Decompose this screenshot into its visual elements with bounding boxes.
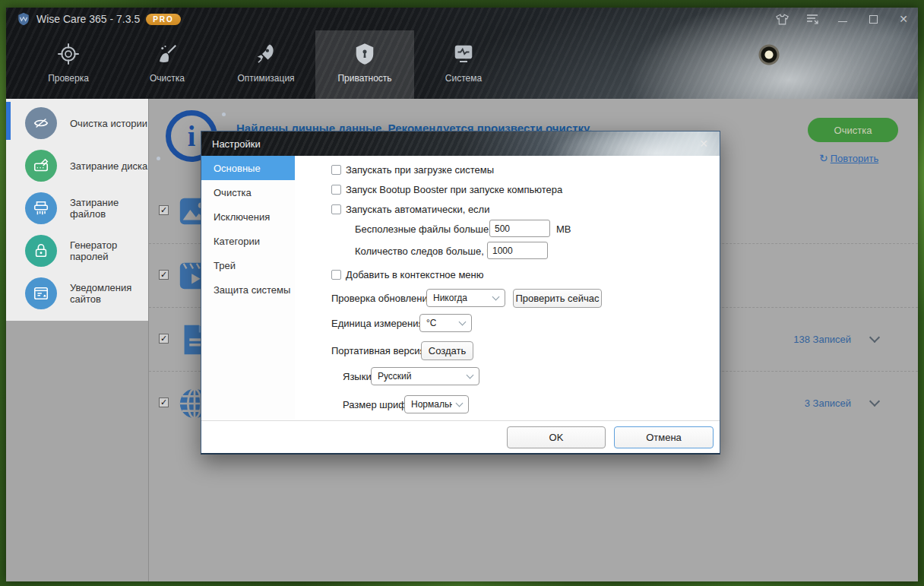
sidebar-item-password-generator[interactable]: Генератор паролей (6, 230, 148, 272)
maximize-button[interactable] (866, 12, 880, 26)
cancel-button[interactable]: Отмена (614, 426, 714, 448)
window-title: Wise Care 365 - 7.3.5 (36, 13, 140, 25)
tab-system-protection[interactable]: Защита системы (201, 277, 295, 302)
sidebar-lower-area (6, 321, 148, 581)
dialog-title: Настройки (212, 138, 261, 150)
nav-item-privacy[interactable]: Приватность (315, 30, 414, 99)
row-checkbox[interactable]: ✓ (159, 270, 169, 280)
browser-notification-icon (33, 285, 49, 302)
sidebar-item-site-notifications[interactable]: Уведомления сайтов (6, 272, 148, 315)
check-now-button[interactable]: Проверить сейчас (513, 289, 602, 308)
useless-files-label: Бесполезные файлы больше, чем (355, 223, 511, 235)
useless-files-input[interactable]: 500 (489, 220, 550, 237)
sidebar-item-history-cleaner[interactable]: Очистка истории (6, 102, 148, 144)
minimize-button[interactable] (836, 12, 850, 26)
checkbox-bootup-booster[interactable]: Запуск Bootup Booster при запуске компью… (331, 184, 562, 195)
tab-exclusions[interactable]: Исключения (201, 204, 295, 229)
settings-dialog: Настройки ✕ Основные Очистка Исключения … (201, 131, 720, 455)
chevron-down-icon[interactable] (869, 332, 880, 343)
close-button[interactable]: ✕ (897, 12, 910, 26)
font-size-select[interactable]: Нормальны (404, 395, 469, 413)
pro-badge: PRO (146, 14, 181, 25)
nav-item-check[interactable]: Проверка (19, 30, 118, 99)
language-select[interactable]: Русский (371, 367, 479, 385)
useless-files-unit: MB (556, 223, 571, 235)
language-label: Языки: (343, 371, 374, 382)
repeat-scan-link[interactable]: ↻Повторить (819, 152, 878, 164)
shield-keyhole-icon (353, 43, 376, 65)
sidebar-selection-bar (6, 102, 11, 140)
row-checkbox[interactable]: ✓ (159, 205, 169, 215)
chevron-down-icon (459, 318, 467, 326)
titlebar: Wise Care 365 - 7.3.5 PRO ✕ (6, 8, 918, 30)
theme-icon[interactable] (775, 12, 789, 26)
records-count[interactable]: 3 Записей (805, 398, 851, 409)
monitor-pulse-icon (452, 43, 475, 65)
tab-tray[interactable]: Трей (201, 253, 295, 277)
nav-item-optimization[interactable]: Оптимизация (217, 30, 315, 99)
orbit-dot (157, 157, 160, 160)
tab-general[interactable]: Основные (201, 156, 295, 180)
row-checkbox[interactable]: ✓ (159, 398, 169, 407)
updates-select[interactable]: Никогда (426, 289, 505, 307)
broom-icon (156, 43, 179, 65)
menu-icon[interactable] (805, 12, 819, 26)
chevron-down-icon (467, 372, 474, 379)
app-logo-shield-icon (17, 12, 30, 26)
nav-item-cleanup[interactable]: Очистка (118, 30, 217, 99)
dialog-tab-list: Основные Очистка Исключения Категории Тр… (201, 156, 295, 420)
checkbox-context-menu[interactable]: Добавить в контекстное меню (331, 269, 484, 280)
clean-button[interactable]: Очистка (808, 118, 898, 142)
window-controls: ✕ (775, 8, 910, 30)
disk-eraser-icon (33, 157, 49, 174)
eagle-background-banner: Wise Care 365 - 7.3.5 PRO ✕ (6, 8, 918, 99)
target-icon (57, 43, 80, 65)
sidebar-item-disk-eraser[interactable]: Затирание диска (6, 144, 148, 187)
chevron-down-icon (456, 400, 464, 407)
checkbox-run-at-startup[interactable]: Запускать при загрузке системы (331, 164, 494, 176)
shredder-icon (33, 200, 49, 217)
tab-cleanup[interactable]: Очистка (201, 180, 295, 204)
ok-button[interactable]: OK (507, 426, 606, 448)
chevron-down-icon[interactable] (869, 396, 880, 407)
tab-categories[interactable]: Категории (201, 229, 295, 253)
traces-label: Количество следов больше, чем (355, 245, 504, 257)
updates-label: Проверка обновлений (331, 293, 433, 304)
lock-icon (33, 242, 49, 259)
checkbox-auto-run[interactable]: Запускать автоматически, если (331, 204, 489, 215)
rocket-icon (255, 43, 277, 65)
portable-label: Портативная версия (331, 345, 425, 356)
orbit-dot (222, 112, 226, 116)
eye-off-icon (33, 115, 49, 131)
nav-item-system[interactable]: Система (414, 30, 513, 99)
sidebar-item-file-shredder[interactable]: Затирание файлов (6, 187, 148, 230)
traces-input[interactable]: 1000 (487, 242, 548, 259)
row-checkbox[interactable]: ✓ (159, 334, 169, 344)
app-window: Wise Care 365 - 7.3.5 PRO ✕ (6, 8, 918, 581)
dialog-close-icon[interactable]: ✕ (697, 137, 710, 150)
privacy-sidebar: Очистка истории Затирание диска Затира (6, 99, 148, 321)
chevron-down-icon (492, 293, 500, 301)
dialog-titlebar: Настройки (201, 131, 720, 156)
refresh-icon: ↻ (819, 152, 828, 164)
unit-select[interactable]: °C (419, 314, 472, 332)
unit-label: Единица измерения: (331, 318, 426, 329)
records-count[interactable]: 138 Записей (793, 334, 851, 345)
main-navigation: Проверка Очистка Оптимизация (19, 30, 521, 99)
create-portable-button[interactable]: Создать (421, 341, 473, 360)
